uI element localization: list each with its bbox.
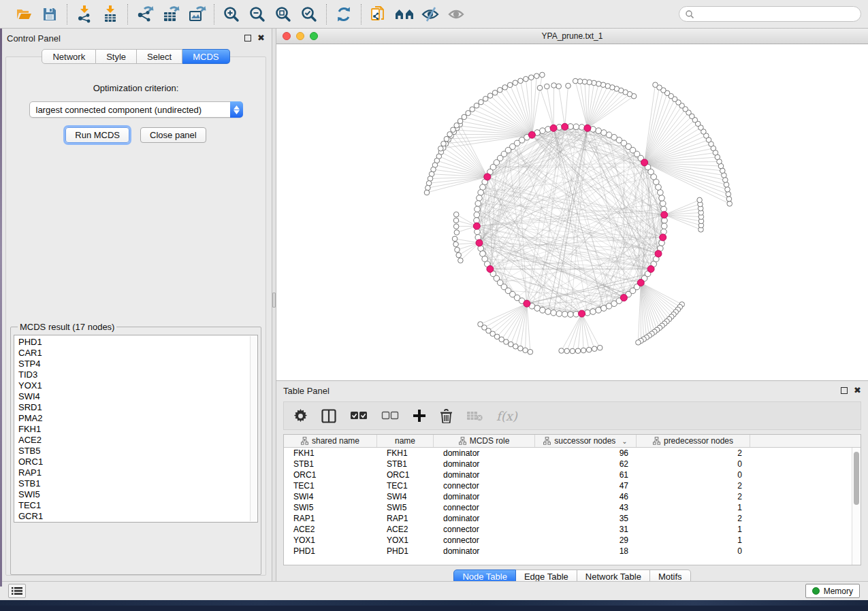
table-cell[interactable]: FKH1 xyxy=(284,448,377,459)
table-scrollbar[interactable] xyxy=(852,448,861,565)
export-network-icon[interactable] xyxy=(135,4,155,24)
table-cell[interactable]: 2 xyxy=(637,513,750,524)
criterion-dropdown[interactable]: largest connected component (undirected) xyxy=(29,101,243,118)
mcds-result-item[interactable]: SWI5 xyxy=(18,489,257,500)
run-mcds-button[interactable]: Run MCDS xyxy=(65,127,129,143)
table-cell[interactable]: TEC1 xyxy=(284,480,377,491)
export-image-icon[interactable] xyxy=(187,4,207,24)
table-row[interactable]: PHD1PHD1dominator180 xyxy=(284,546,861,557)
hide-graphics-details-icon[interactable] xyxy=(420,4,440,24)
table-cell[interactable]: connector xyxy=(434,524,535,535)
mcds-result-item[interactable]: STB1 xyxy=(18,478,257,489)
first-neighbors-icon[interactable] xyxy=(394,4,415,24)
table-cell[interactable]: PHD1 xyxy=(284,546,377,557)
table-cell[interactable]: 29 xyxy=(535,535,637,546)
table-row[interactable]: STB1STB1dominator620 xyxy=(284,459,861,469)
table-cell[interactable]: SWI5 xyxy=(284,502,377,513)
column-header-shared-name[interactable]: shared name xyxy=(284,435,377,447)
table-settings-icon[interactable] xyxy=(293,409,308,423)
column-header-MCDS-role[interactable]: MCDS role xyxy=(434,435,535,447)
mcds-result-item[interactable]: ORC1 xyxy=(18,457,257,467)
memory-button[interactable]: Memory xyxy=(805,584,860,598)
search-input[interactable] xyxy=(679,6,861,22)
table-cell[interactable]: FKH1 xyxy=(377,448,434,459)
mcds-result-item[interactable]: ACE2 xyxy=(18,435,257,446)
table-cell[interactable]: ORC1 xyxy=(377,469,434,480)
show-graphics-details-icon[interactable] xyxy=(446,4,466,24)
control-tab-network[interactable]: Network xyxy=(42,49,96,64)
table-cell[interactable]: 0 xyxy=(637,459,750,469)
table-cell[interactable]: 0 xyxy=(637,546,750,557)
table-cell[interactable]: 35 xyxy=(535,513,637,524)
table-cell[interactable]: connector xyxy=(434,502,535,513)
table-cell[interactable]: ACE2 xyxy=(377,524,434,535)
zoom-selected-icon[interactable] xyxy=(299,4,319,24)
table-cell[interactable]: 1 xyxy=(637,502,750,513)
table-cell[interactable]: STB1 xyxy=(284,459,377,469)
zoom-out-icon[interactable] xyxy=(247,4,268,24)
create-column-icon[interactable] xyxy=(413,409,426,423)
table-cell[interactable]: 0 xyxy=(637,469,750,480)
panel-layout-icon[interactable] xyxy=(321,409,336,423)
table-cell[interactable]: 31 xyxy=(535,524,637,535)
table-row[interactable]: ACE2ACE2connector311 xyxy=(284,524,861,535)
mcds-result-item[interactable]: TEC1 xyxy=(18,500,257,511)
table-cell[interactable]: dominator xyxy=(434,546,535,557)
export-table-icon[interactable] xyxy=(161,4,181,24)
mcds-result-item[interactable]: TID3 xyxy=(18,369,257,380)
mcds-result-item[interactable]: PHD1 xyxy=(18,337,257,348)
mcds-result-item[interactable]: GCR1 xyxy=(18,511,257,522)
table-cell[interactable]: 1 xyxy=(637,535,750,546)
network-window-titlebar[interactable]: YPA_prune.txt_1 xyxy=(276,29,868,44)
table-cell[interactable]: YOX1 xyxy=(284,535,377,546)
table-cell[interactable]: PHD1 xyxy=(377,546,434,557)
table-cell[interactable]: dominator xyxy=(434,459,535,469)
table-cell[interactable]: SWI4 xyxy=(284,491,377,502)
table-cell[interactable]: RAP1 xyxy=(284,513,377,524)
refresh-view-icon[interactable] xyxy=(334,4,354,24)
table-cell[interactable]: 62 xyxy=(535,459,637,469)
control-tab-select[interactable]: Select xyxy=(137,49,182,64)
table-cell[interactable]: dominator xyxy=(434,448,535,459)
task-history-button[interactable] xyxy=(8,584,26,598)
mcds-result-listbox[interactable]: PHD1CAR1STP4TID3YOX1SWI4SRD1PMA2FKH1ACE2… xyxy=(14,335,258,523)
control-tab-style[interactable]: Style xyxy=(96,49,137,64)
table-row[interactable]: YOX1YOX1connector291 xyxy=(284,535,861,546)
mcds-list-scrollbar[interactable] xyxy=(250,336,257,521)
select-all-icon[interactable] xyxy=(350,411,368,420)
import-table-icon[interactable] xyxy=(100,4,120,24)
table-cell[interactable]: STB1 xyxy=(377,459,434,469)
table-cell[interactable]: 2 xyxy=(637,448,750,459)
table-cell[interactable]: SWI4 xyxy=(377,491,434,502)
mcds-result-item[interactable]: SRD1 xyxy=(18,402,257,413)
splitter-grip[interactable] xyxy=(272,293,276,308)
table-row[interactable]: SWI5SWI5connector431 xyxy=(284,502,861,513)
column-header-name[interactable]: name xyxy=(377,435,434,447)
table-cell[interactable]: RAP1 xyxy=(377,513,434,524)
table-cell[interactable]: 1 xyxy=(637,524,750,535)
save-session-icon[interactable] xyxy=(39,4,60,24)
mcds-result-item[interactable]: PMA2 xyxy=(18,413,257,424)
float-panel-icon[interactable] xyxy=(244,35,251,42)
search-text-field[interactable] xyxy=(694,10,855,19)
float-panel-icon[interactable] xyxy=(841,387,848,394)
column-header-predecessor-nodes[interactable]: predecessor nodes xyxy=(637,435,750,447)
table-cell[interactable]: 47 xyxy=(535,480,637,491)
mcds-result-item[interactable]: FKH1 xyxy=(18,424,257,435)
column-header-successor-nodes[interactable]: successor nodes⌄ xyxy=(535,435,637,447)
table-cell[interactable]: 18 xyxy=(535,546,637,557)
mcds-result-item[interactable]: STP4 xyxy=(18,359,257,369)
import-network-icon[interactable] xyxy=(74,4,95,24)
table-cell[interactable]: 61 xyxy=(535,469,637,480)
table-cell[interactable]: ORC1 xyxy=(284,469,377,480)
mcds-result-item[interactable]: STB5 xyxy=(18,446,257,457)
mcds-result-item[interactable]: YOX1 xyxy=(18,380,257,391)
network-graph[interactable] xyxy=(276,44,868,380)
close-panel-button[interactable]: Close panel xyxy=(140,127,206,143)
table-cell[interactable]: dominator xyxy=(434,513,535,524)
table-cell[interactable]: 43 xyxy=(535,502,637,513)
table-cell[interactable]: ACE2 xyxy=(284,524,377,535)
mcds-result-item[interactable]: RAP1 xyxy=(18,467,257,478)
table-row[interactable]: ORC1ORC1dominator610 xyxy=(284,469,861,480)
table-cell[interactable]: dominator xyxy=(434,469,535,480)
